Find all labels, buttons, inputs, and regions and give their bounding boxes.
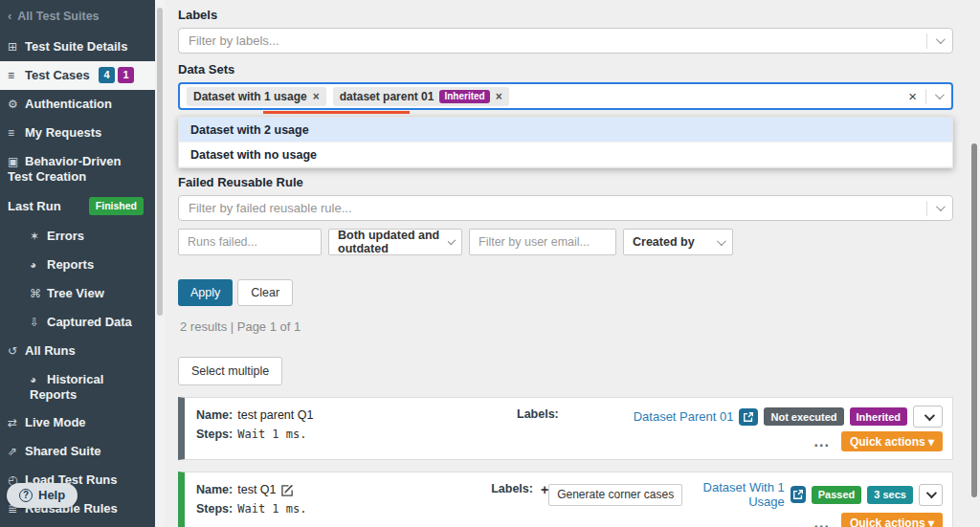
clear-all-icon[interactable]: × [908, 88, 917, 104]
sidebar-item-test-cases[interactable]: ≡Test Cases41 [0, 61, 155, 90]
more-options-button[interactable]: ... [814, 433, 830, 450]
quick-actions-button[interactable]: Quick actions ▾ [841, 431, 943, 451]
question-icon: ? [19, 489, 33, 502]
count-badge: 4 [99, 67, 115, 83]
divider [926, 33, 927, 49]
remove-chip-icon[interactable]: × [313, 90, 320, 103]
sidebar-item-my-requests[interactable]: ≡My Requests [0, 119, 155, 147]
pie-chart-icon: ◕ [30, 258, 47, 273]
sidebar-item-label: Captured Data [47, 315, 132, 329]
failed-rule-filter [178, 195, 953, 221]
sidebar-nav: ⊞Test Suite Details≡Test Cases41⚙Authent… [0, 33, 155, 527]
filter-actions: Apply Clear [178, 279, 953, 306]
datasets-select-controls: × [908, 88, 942, 104]
labels-filter-input[interactable] [189, 33, 918, 48]
status-badge: 3 secs [867, 486, 913, 504]
user-email-field [469, 229, 616, 255]
remove-chip-icon[interactable]: × [496, 90, 502, 103]
runs-failed-input[interactable] [188, 235, 312, 249]
back-to-all-test-suites[interactable]: ‹All Test Suites [0, 0, 155, 33]
sidebar-item-last-run[interactable]: Last RunFinished [0, 190, 155, 222]
test-case-name: test Q1 [237, 480, 276, 499]
datasets-dropdown: Dataset with 2 usageDataset with no usag… [178, 117, 953, 168]
created-by-select[interactable]: Created by [623, 229, 733, 255]
external-link-icon[interactable] [739, 408, 758, 426]
sidebar-item-all-runs[interactable]: ↺All Runs [0, 337, 155, 365]
sidebar-item-label: Test Cases [25, 68, 90, 82]
table-grid-icon: ⊞ [8, 40, 25, 55]
sidebar-item-historical-reports[interactable]: ◕Historical Reports [0, 365, 155, 408]
secondary-filters-row: Both updated and outdated Created by [178, 229, 953, 255]
sidebar-item-tree-view[interactable]: ⌘Tree View [0, 279, 155, 308]
test-case-info: Name:test parent Q1Steps:Wait 1 ms. [196, 406, 517, 451]
sidebar: ‹All Test Suites ⊞Test Suite Details≡Tes… [0, 0, 155, 527]
sidebar-item-authentication[interactable]: ⚙Authentication [0, 90, 155, 119]
sidebar-item-test-suite-details[interactable]: ⊞Test Suite Details [0, 33, 155, 61]
dropdown-option[interactable]: Dataset with no usage [179, 143, 952, 167]
apply-button[interactable]: Apply [178, 279, 233, 306]
sidebar-item-live-mode[interactable]: ⇄Live Mode [0, 408, 155, 437]
dataset-chip: Dataset with 1 usage× [187, 87, 326, 106]
annotation-underline [263, 111, 410, 114]
chevron-down-icon[interactable] [936, 202, 946, 211]
sidebar-item-label: Last Run [8, 199, 61, 213]
robot-icon: ▣ [8, 155, 25, 169]
sidebar-item-errors[interactable]: ✶Errors [0, 222, 155, 251]
help-button[interactable]: ? Help [7, 483, 78, 508]
chevron-left-icon: ‹ [8, 9, 11, 23]
chevron-down-icon [447, 236, 456, 245]
sidebar-item-label: Tree View [47, 286, 104, 300]
status-line: Dataset Parent 01Not executedInherited [634, 406, 943, 428]
sidebar-item-label: Shared Suite [25, 444, 100, 458]
dropdown-option[interactable]: Dataset with 2 usage [179, 118, 952, 143]
sidebar-item-partially-hidden-item[interactable]: ta [0, 523, 155, 527]
sidebar-item-captured-data[interactable]: ⇩Captured Data [0, 308, 155, 337]
generate-corner-cases-button[interactable]: Generate corner cases [548, 484, 682, 506]
sidebar-item-label: Authentication [25, 97, 112, 111]
sidebar-item-shared-suite[interactable]: ⇗Shared Suite [0, 437, 155, 466]
edit-icon[interactable] [281, 484, 294, 496]
external-link-icon[interactable] [791, 486, 806, 503]
failed-rule-input[interactable] [189, 201, 918, 215]
divider [925, 89, 926, 104]
chevron-down-icon[interactable] [935, 90, 945, 99]
more-options-button[interactable]: ... [814, 515, 830, 527]
content-scrollbar-thumb[interactable] [157, 8, 163, 316]
sidebar-item-label: All Runs [25, 343, 76, 358]
updated-outdated-select[interactable]: Both updated and outdated [328, 229, 462, 255]
quick-actions-button[interactable]: Quick actions ▾ [841, 513, 943, 527]
test-case-actions: Generate corner casesDataset With 1 Usag… [548, 480, 943, 527]
page-scrollbar-thumb[interactable] [971, 143, 977, 497]
datasets-select-wrap: Dataset with 1 usage×dataset parent 01In… [178, 82, 953, 110]
sidebar-item-behavior-driven-test-creation[interactable]: ▣Behavior-Driven Test Creation [0, 147, 155, 190]
dataset-link[interactable]: Dataset With 1 Usage [688, 480, 785, 509]
dataset-chip-label: dataset parent 01 [340, 90, 434, 103]
sidebar-item-reports[interactable]: ◕Reports [0, 251, 155, 279]
created-by-value: Created by [633, 235, 695, 249]
wrench-icon: ⚙ [8, 98, 25, 112]
help-label: Help [38, 488, 65, 502]
dataset-chip-label: Dataset with 1 usage [193, 90, 307, 103]
select-multiple-button[interactable]: Select multiple [178, 357, 282, 385]
expand-row-button[interactable] [913, 406, 943, 428]
add-label-icon[interactable]: + [541, 482, 548, 527]
user-email-input[interactable] [479, 235, 607, 249]
chevron-down-icon[interactable] [936, 34, 946, 44]
test-case-actions: Dataset Parent 01Not executedInherited..… [634, 406, 943, 451]
dataset-link[interactable]: Dataset Parent 01 [634, 409, 734, 424]
labels-label: Labels: [517, 407, 559, 451]
main-panel: Labels Data Sets Dataset with 1 usage×da… [165, 0, 980, 527]
results-summary-top: 2 results | Page 1 of 1 [180, 319, 953, 334]
updated-outdated-value: Both updated and outdated [338, 229, 448, 255]
status-badge: Passed [812, 486, 862, 504]
expand-row-button[interactable] [919, 484, 943, 506]
clear-button[interactable]: Clear [237, 279, 293, 306]
datasets-multiselect[interactable]: Dataset with 1 usage×dataset parent 01In… [178, 82, 953, 110]
pie-chart-icon: ◕ [30, 373, 47, 387]
test-case-row: Name:test Q1Steps:Wait 1 ms.Labels:+Gene… [178, 472, 953, 527]
test-case-name-line: Name:test Q1 [196, 480, 491, 499]
content-scrollbar-track [155, 0, 165, 527]
chevron-down-icon [926, 488, 937, 498]
test-case-steps-line: Steps:Wait 1 ms. [196, 425, 517, 444]
download-icon: ⇩ [30, 316, 47, 330]
